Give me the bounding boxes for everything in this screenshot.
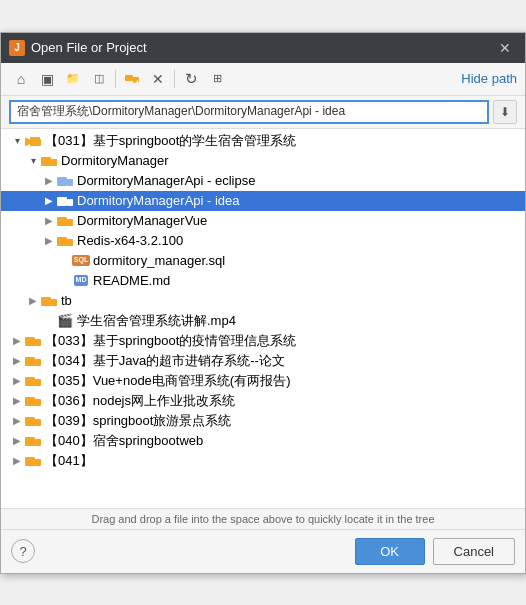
svg-rect-13	[57, 237, 67, 246]
svg-rect-26	[35, 419, 41, 426]
item-label: DormitoryManagerApi - idea	[77, 193, 240, 208]
expand-arrow[interactable]: ▶	[9, 415, 25, 426]
item-label: 【040】宿舍springbootweb	[45, 432, 203, 450]
open-file-dialog: J Open File or Project ✕ ⌂ ▣ 📁 ◫ + ✕ ↻ ⊞…	[0, 32, 526, 574]
item-label: tb	[61, 293, 72, 308]
expand-arrow[interactable]: ▶	[41, 175, 57, 186]
expand-arrow[interactable]: ▶	[9, 395, 25, 406]
list-item[interactable]: ▶ Redis-x64-3.2.100	[1, 231, 525, 251]
expand-arrow[interactable]: ▶	[41, 215, 57, 226]
item-label: 【041】	[45, 452, 93, 470]
list-item[interactable]: ▶ MD README.md	[1, 271, 525, 291]
list-item[interactable]: ▾ DormitoryManager	[1, 151, 525, 171]
expand-arrow[interactable]: ▶	[9, 355, 25, 366]
file-tree-container: ▾ ▶ 【031】基于springboot的学生宿舍管理系统 ▾ Dormito…	[1, 129, 525, 509]
close-button[interactable]: ✕	[493, 38, 517, 58]
list-item[interactable]: ▶ 【034】基于Java的超市进销存系统--论文	[1, 351, 525, 371]
my-documents-btn[interactable]: 📁	[61, 67, 85, 91]
list-item[interactable]: ▶ 🎬 学生宿舍管理系统讲解.mp4	[1, 311, 525, 331]
svg-rect-30	[35, 459, 41, 466]
list-item[interactable]: ▶ 【033】基于springboot的疫情管理信息系统	[1, 331, 525, 351]
svg-rect-7	[57, 177, 67, 186]
svg-rect-29	[25, 457, 35, 466]
svg-rect-15	[41, 297, 51, 306]
path-download-btn[interactable]: ⬇	[493, 100, 517, 124]
list-item[interactable]: ▶ 【039】springboot旅游景点系统	[1, 411, 525, 431]
toolbar: ⌂ ▣ 📁 ◫ + ✕ ↻ ⊞ Hide path	[1, 63, 525, 96]
item-label: 【039】springboot旅游景点系统	[45, 412, 231, 430]
list-item[interactable]: ▶ DormitoryManagerVue	[1, 211, 525, 231]
svg-rect-4	[40, 139, 41, 146]
item-label: Redis-x64-3.2.100	[77, 233, 183, 248]
title-bar: J Open File or Project ✕	[1, 33, 525, 63]
expand-arrow[interactable]: ▶	[9, 435, 25, 446]
item-label: 【034】基于Java的超市进销存系统--论文	[45, 352, 285, 370]
list-item[interactable]: ▶ 【036】nodejs网上作业批改系统	[1, 391, 525, 411]
md-file-icon: MD	[73, 273, 89, 289]
refresh-btn[interactable]: ↻	[179, 67, 203, 91]
folder-icon	[25, 433, 41, 449]
expand-arrow[interactable]: ▶	[41, 195, 57, 206]
app-icon: J	[9, 40, 25, 56]
list-item[interactable]: ▶ SQL dormitory_manager.sql	[1, 251, 525, 271]
expand-arrow[interactable]: ▶	[25, 295, 41, 306]
expand-arrow[interactable]: ▶	[9, 375, 25, 386]
item-label: 学生宿舍管理系统讲解.mp4	[77, 312, 236, 330]
expand-arrow[interactable]: ▾	[25, 155, 41, 166]
svg-rect-24	[35, 399, 41, 406]
desktop-btn[interactable]: ▣	[35, 67, 59, 91]
item-label: dormitory_manager.sql	[93, 253, 225, 268]
svg-rect-0	[125, 75, 133, 81]
folder-icon	[57, 193, 73, 209]
svg-rect-5	[41, 157, 51, 166]
svg-rect-10	[67, 199, 73, 206]
list-item[interactable]: ▶ 【041】	[1, 451, 525, 471]
expand-arrow[interactable]: ▾	[9, 135, 25, 146]
svg-rect-6	[51, 159, 57, 166]
svg-text:+: +	[135, 78, 140, 87]
list-item[interactable]: ▶ 【040】宿舍springbootweb	[1, 431, 525, 451]
cancel-button[interactable]: Cancel	[433, 538, 515, 565]
expand-arrow[interactable]: ▶	[9, 455, 25, 466]
list-item[interactable]: ▶ tb	[1, 291, 525, 311]
folder-icon	[41, 153, 57, 169]
svg-rect-16	[51, 299, 57, 306]
new-folder-btn[interactable]: +	[120, 67, 144, 91]
path-bar: ⬇	[1, 96, 525, 129]
list-item[interactable]: ▶ DormitoryManagerApi - idea	[1, 191, 525, 211]
help-button[interactable]: ?	[11, 539, 35, 563]
home-btn[interactable]: ⌂	[9, 67, 33, 91]
item-label: 【033】基于springboot的疫情管理信息系统	[45, 332, 296, 350]
item-label: 【035】Vue+node电商管理系统(有两报告)	[45, 372, 291, 390]
list-item[interactable]: ▾ ▶ 【031】基于springboot的学生宿舍管理系统	[1, 131, 525, 151]
folder-icon: ▶	[25, 133, 41, 149]
ok-button[interactable]: OK	[355, 538, 425, 565]
svg-rect-8	[67, 179, 73, 186]
recents-btn[interactable]: ◫	[87, 67, 111, 91]
svg-rect-9	[57, 197, 67, 206]
expand-arrow[interactable]: ▶	[41, 235, 57, 246]
folder-icon	[25, 353, 41, 369]
path-input[interactable]	[9, 100, 489, 124]
svg-rect-17	[25, 337, 35, 346]
svg-rect-23	[25, 397, 35, 406]
svg-rect-19	[25, 357, 35, 366]
svg-rect-27	[25, 437, 35, 446]
folder-icon	[57, 213, 73, 229]
status-bar: Drag and drop a file into the space abov…	[1, 509, 525, 530]
toolbar-separator-2	[174, 70, 175, 88]
delete-btn[interactable]: ✕	[146, 67, 170, 91]
svg-rect-21	[25, 377, 35, 386]
dialog-title: Open File or Project	[31, 40, 493, 55]
folder-icon	[41, 293, 57, 309]
sql-file-icon: SQL	[73, 253, 89, 269]
hide-path-link[interactable]: Hide path	[461, 71, 517, 86]
folder-icon	[25, 393, 41, 409]
list-item[interactable]: ▶ DormitoryManagerApi - eclipse	[1, 171, 525, 191]
list-item[interactable]: ▶ 【035】Vue+node电商管理系统(有两报告)	[1, 371, 525, 391]
expand-all-btn[interactable]: ⊞	[205, 67, 229, 91]
expand-arrow[interactable]: ▶	[9, 335, 25, 346]
folder-icon	[57, 233, 73, 249]
file-tree: ▾ ▶ 【031】基于springboot的学生宿舍管理系统 ▾ Dormito…	[1, 129, 525, 509]
folder-icon	[25, 413, 41, 429]
